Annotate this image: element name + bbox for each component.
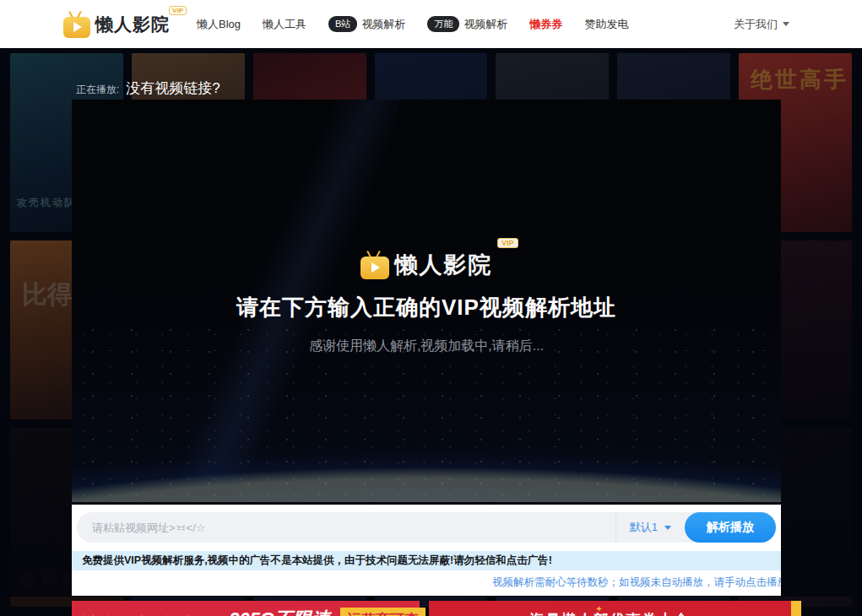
parse-panel: 默认1 解析播放 免费提供VIP视频解析服务,视频中的广告不是本站提供，由于技术…	[72, 505, 781, 596]
player-headline: 请在下方输入正确的VIP视频解析地址	[72, 293, 781, 322]
tv-logo-icon	[361, 257, 389, 279]
nav-item-tools[interactable]: 懒人工具	[263, 17, 306, 32]
play-icon	[371, 262, 380, 273]
now-playing-label: 正在播放:	[76, 83, 119, 97]
video-player[interactable]: 懒人影院 VIP 请在下方输入正确的VIP视频解析地址 感谢使用懒人解析,视频加…	[72, 100, 781, 502]
vip-badge: VIP	[169, 6, 187, 15]
player-logo: 懒人影院 VIP	[361, 250, 493, 280]
sim-card-ad-banner[interactable]: ✆中国电信 ❀中国移动 ∞中国联通 205G不限速 运营商可查	[72, 601, 420, 616]
about-us-menu[interactable]: 关于我们	[734, 17, 789, 32]
ad-banner-title: 海量懒人部优惠券大全	[530, 610, 691, 616]
line-select[interactable]: 默认1	[615, 512, 685, 543]
nav-item-blog[interactable]: 懒人Blog	[197, 17, 241, 32]
play-icon	[73, 22, 82, 32]
player-logo-text: 懒人影院	[395, 250, 493, 280]
content-stage: 攻壳机动队 KONG 绝世高手 比得兔 金刚狼3 正在播放:	[0, 48, 862, 616]
bottom-ad-banners: ✆中国电信 ❀中国移动 ∞中国联通 205G不限速 运营商可查 ✦ 海量懒人部优…	[72, 601, 791, 616]
bilibili-pill-badge: B站	[328, 16, 357, 32]
nav-item-coupons[interactable]: 懒券券	[529, 17, 562, 32]
coupon-ad-banner[interactable]: ✦ 海量懒人部优惠券大全	[429, 601, 791, 616]
site-logo-text: 懒人影院	[95, 13, 170, 36]
site-logo[interactable]: 懒人影院 VIP	[63, 11, 170, 38]
tv-logo-icon	[63, 17, 90, 38]
nav-item-bilibili-parse[interactable]: B站 视频解析	[328, 16, 405, 32]
line-select-value: 默认1	[630, 520, 658, 535]
nav-item-universal-parse[interactable]: 万能 视频解析	[427, 16, 507, 32]
tip-row: 视频解析需耐心等待数秒；如视频未自动播放，请手动点击播放；如视频播放	[72, 570, 781, 591]
ad-banner-tag: 运营商可查	[340, 608, 426, 616]
player-subtext: 感谢使用懒人解析,视频加载中,请稍后...	[72, 338, 781, 355]
now-playing-title: 没有视频链接?	[126, 78, 220, 98]
nav-item-donate[interactable]: 赞助发电	[584, 17, 628, 32]
parse-tip-text: 视频解析需耐心等待数秒；如视频未自动播放，请手动点击播放；如视频播放	[492, 575, 781, 590]
parse-play-button[interactable]: 解析播放	[685, 512, 776, 543]
universal-pill-badge: 万能	[427, 16, 459, 32]
top-navbar: 懒人影院 VIP 懒人Blog 懒人工具 B站 视频解析 万能 视频解析	[0, 0, 862, 48]
sparkle-icon: ✦	[595, 604, 602, 613]
ad-banner-title: 205G不限速	[229, 607, 330, 616]
chevron-down-icon	[664, 526, 671, 530]
player-placeholder-message: 懒人影院 VIP 请在下方输入正确的VIP视频解析地址 感谢使用懒人解析,视频加…	[72, 250, 781, 355]
video-url-input[interactable]	[77, 512, 615, 543]
banner-side-tab	[791, 601, 801, 616]
vip-badge: VIP	[497, 238, 518, 248]
parse-input-row: 默认1 解析播放	[77, 512, 776, 543]
ad-warning-alert: 免费提供VIP视频解析服务,视频中的广告不是本站提供，由于技术问题无法屏蔽!请勿…	[72, 551, 781, 570]
page: 懒人影院 VIP 懒人Blog 懒人工具 B站 视频解析 万能 视频解析	[0, 0, 862, 616]
chevron-down-icon	[783, 22, 789, 26]
now-playing-bar: 正在播放: 没有视频链接?	[76, 78, 220, 98]
main-nav: 懒人Blog 懒人工具 B站 视频解析 万能 视频解析 懒券券 赞助发电	[197, 16, 628, 32]
